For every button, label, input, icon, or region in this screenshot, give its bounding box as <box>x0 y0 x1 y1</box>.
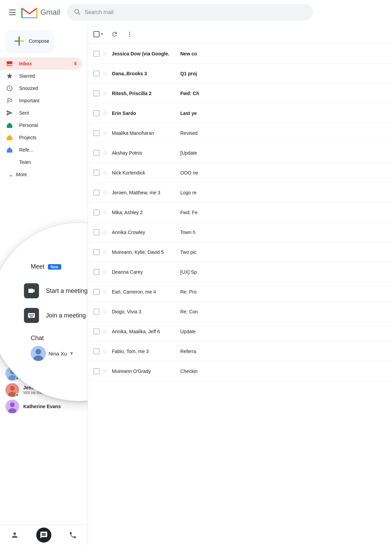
mail-content-2: Fwd: Ch <box>180 91 387 96</box>
more-label: More <box>16 172 27 177</box>
compose-label: Compose <box>29 38 49 44</box>
mail-row[interactable]: ☆ Mika, Ashley 2 Fwd: Fe <box>88 203 392 222</box>
sidebar-item-starred[interactable]: Starred <box>0 70 82 82</box>
mail-checkbox-2[interactable] <box>93 90 100 96</box>
mail-checkbox-9[interactable] <box>93 229 100 235</box>
sidebar-item-projects[interactable]: Projects <box>0 131 82 144</box>
mail-star-16[interactable]: ☆ <box>102 367 108 375</box>
join-meeting-label: Join a meeting <box>46 312 86 319</box>
mail-row[interactable]: ☆ Muireann O'Grady Checkin <box>88 361 392 381</box>
select-all-area[interactable]: ▼ <box>93 31 104 37</box>
mail-checkbox-16[interactable] <box>93 368 100 374</box>
hamburger-button[interactable] <box>5 5 19 19</box>
hamburger-line-1 <box>9 10 16 10</box>
start-meeting-item[interactable]: Start a meeting <box>24 278 88 303</box>
mail-star-0[interactable]: ☆ <box>102 50 108 57</box>
mail-checkbox-6[interactable] <box>93 170 100 176</box>
mail-star-1[interactable]: ☆ <box>102 70 108 77</box>
gmail-title: Gmail <box>40 8 60 17</box>
mail-checkbox-8[interactable] <box>93 209 100 216</box>
references-icon <box>5 146 14 154</box>
mail-row[interactable]: ☆ Fabio, Tom, me 3 Referra <box>88 341 392 361</box>
mail-row[interactable]: ☆ Annika Crowley Town h <box>88 222 392 242</box>
mail-sender-8: Mika, Ashley 2 <box>112 210 180 215</box>
sidebar-item-sent[interactable]: Sent <box>0 107 82 119</box>
phone-tab-button[interactable] <box>65 528 80 543</box>
mail-star-6[interactable]: ☆ <box>102 169 108 177</box>
mail-row[interactable]: ☆ Muireann, Kylie, David 5 Two pic <box>88 242 392 262</box>
mail-star-15[interactable]: ☆ <box>102 348 108 355</box>
mail-content-8: Fwd: Fe <box>180 210 387 215</box>
mail-star-8[interactable]: ☆ <box>102 209 108 216</box>
mail-row[interactable]: ☆ Akshay Potnis [Update <box>88 143 392 163</box>
mail-sender-2: Ritesh, Priscilla 2 <box>112 91 180 96</box>
mail-sender-11: Deanna Carey <box>112 269 180 275</box>
mail-checkbox-10[interactable] <box>93 249 100 255</box>
sidebar-item-personal[interactable]: Personal <box>0 119 82 131</box>
mail-sender-16: Muireann O'Grady <box>112 368 180 374</box>
more-options-button[interactable] <box>123 27 136 41</box>
select-all-checkbox[interactable] <box>93 31 100 37</box>
select-dropdown[interactable]: ▼ <box>100 32 104 36</box>
mail-star-14[interactable]: ☆ <box>102 328 108 335</box>
mail-star-2[interactable]: ☆ <box>102 90 108 97</box>
search-bar[interactable]: Search mail <box>67 4 313 21</box>
mail-row[interactable]: ☆ Diogo, Vivia 3 Re: Con <box>88 302 392 322</box>
sidebar-item-snoozed-label: Snoozed <box>19 86 38 91</box>
gmail-logo[interactable]: Gmail <box>21 5 60 19</box>
sidebar-item-important[interactable]: Important <box>0 94 82 107</box>
mail-checkbox-12[interactable] <box>93 289 100 295</box>
mail-checkbox-7[interactable] <box>93 190 100 196</box>
sidebar-item-references[interactable]: Refe... <box>0 144 82 156</box>
mail-row[interactable]: ☆ Earl, Cameron, me 4 Re: Pro <box>88 282 392 302</box>
sidebar-item-inbox[interactable]: Inbox 8 <box>0 57 82 70</box>
mail-checkbox-5[interactable] <box>93 150 100 156</box>
svg-point-24 <box>129 34 130 35</box>
join-meeting-item[interactable]: Join a meeting <box>24 303 88 328</box>
refresh-button[interactable] <box>108 27 121 41</box>
sidebar-item-more[interactable]: ⌄ More <box>0 168 82 181</box>
mail-star-10[interactable]: ☆ <box>102 248 108 256</box>
mail-row[interactable]: ☆ Deanna Carey [UX] Sp <box>88 262 392 282</box>
mail-checkbox-0[interactable] <box>93 51 100 57</box>
mail-star-11[interactable]: ☆ <box>102 268 108 276</box>
mail-sender-7: Jeroen, Matthew, me 3 <box>112 190 180 195</box>
mail-checkbox-15[interactable] <box>93 348 100 354</box>
mail-checkbox-4[interactable] <box>93 130 100 136</box>
mail-checkbox-13[interactable] <box>93 309 100 315</box>
mail-content-12: Re: Pro <box>180 289 387 295</box>
nina-xu-row[interactable]: Nina Xu ▼ <box>31 346 74 361</box>
nina-dropdown-arrow[interactable]: ▼ <box>69 351 74 356</box>
keyboard-icon <box>24 308 39 323</box>
mail-row[interactable]: ☆ Nick Kortendick OOO ne <box>88 163 392 183</box>
mail-star-7[interactable]: ☆ <box>102 189 108 196</box>
mail-row[interactable]: ☆ Jeroen, Matthew, me 3 Logo re <box>88 183 392 203</box>
mail-row[interactable]: ☆ Jessica Dow (via Google. New co <box>88 44 392 64</box>
mail-row[interactable]: ☆ Maalika Manoharan Revised <box>88 123 392 143</box>
mail-checkbox-14[interactable] <box>93 328 100 335</box>
compose-button[interactable]: Compose <box>5 30 53 52</box>
sidebar-item-snoozed[interactable]: Snoozed <box>0 82 82 94</box>
mail-row[interactable]: ☆ Ritesh, Priscilla 2 Fwd: Ch <box>88 83 392 103</box>
mail-row[interactable]: ☆ Annika, Maalika, Jeff 6 Update <box>88 322 392 341</box>
svg-point-23 <box>129 31 130 33</box>
start-meeting-label: Start a meeting <box>46 287 88 295</box>
chat-tab-button[interactable] <box>36 528 51 543</box>
mail-row[interactable]: ☆ Erin Sardo Last ye <box>88 103 392 123</box>
mail-row[interactable]: ☆ Oana..Brooks 3 Q1 proj <box>88 64 392 83</box>
inbox-icon <box>5 60 14 68</box>
mail-star-9[interactable]: ☆ <box>102 229 108 236</box>
mail-checkbox-11[interactable] <box>93 269 100 275</box>
mail-content-6: OOO ne <box>180 170 387 176</box>
mail-star-3[interactable]: ☆ <box>102 109 108 117</box>
sidebar-item-inbox-label: Inbox <box>19 61 32 66</box>
mail-content-0: New co <box>180 51 387 56</box>
mail-checkbox-1[interactable] <box>93 70 100 77</box>
mail-star-5[interactable]: ☆ <box>102 149 108 157</box>
mail-star-12[interactable]: ☆ <box>102 288 108 296</box>
mail-checkbox-3[interactable] <box>93 110 100 116</box>
svg-marker-9 <box>7 135 12 140</box>
mail-star-13[interactable]: ☆ <box>102 308 108 315</box>
mail-star-4[interactable]: ☆ <box>102 129 108 137</box>
person-tab-button[interactable] <box>7 528 22 543</box>
